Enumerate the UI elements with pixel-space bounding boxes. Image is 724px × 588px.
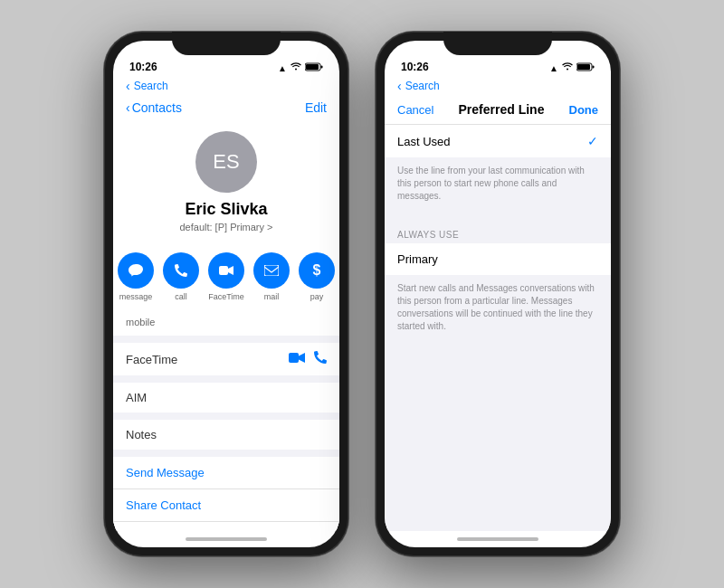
notch-2: [443, 32, 552, 55]
svg-rect-5: [289, 353, 299, 363]
mail-icon: [253, 252, 290, 289]
preferred-nav: Cancel Preferred Line Done: [385, 99, 611, 125]
svg-rect-1: [306, 64, 319, 70]
cancel-button[interactable]: Cancel: [397, 103, 433, 117]
notch: [172, 32, 281, 55]
svg-rect-7: [577, 64, 590, 70]
time-2: 10:26: [401, 61, 429, 73]
preferred-title: Preferred Line: [459, 102, 545, 117]
preferred-content: Last Used ✓ Use the line from your last …: [385, 125, 611, 531]
message-label: message: [119, 292, 153, 301]
avatar: ES: [195, 131, 257, 193]
search-bar-1: ‹ Search: [113, 77, 339, 99]
last-used-label: Last Used: [397, 135, 451, 148]
share-contact-link[interactable]: Share Contact: [113, 489, 339, 522]
search-label-2[interactable]: Search: [405, 80, 440, 92]
pay-button[interactable]: $ pay: [299, 252, 335, 301]
home-indicator-2: [385, 531, 611, 547]
contact-subtitle: default: [P] Primary >: [179, 222, 272, 232]
battery-icon: [305, 62, 323, 73]
svg-rect-8: [593, 66, 595, 69]
status-icons-2: ▲: [549, 62, 595, 73]
phones-container: 10:26 ▲ ‹ Search ‹: [104, 32, 620, 556]
wifi-icon: [291, 62, 301, 73]
facetime-button[interactable]: FaceTime: [208, 252, 244, 301]
last-used-section: Last Used ✓: [385, 125, 611, 157]
notes-group: Notes: [113, 420, 339, 450]
always-use-header: ALWAYS USE: [385, 219, 611, 243]
battery-icon-2: [576, 62, 595, 73]
always-use-section: Primary: [385, 243, 611, 275]
phone-preferred-line: 10:26 ▲ ‹ Search Cancel Pr: [376, 32, 620, 556]
send-message-link[interactable]: Send Message: [113, 457, 339, 489]
svg-rect-3: [219, 266, 228, 275]
facetime-icon: [208, 252, 244, 289]
svg-rect-4: [264, 265, 279, 276]
time-1: 10:26: [129, 61, 157, 73]
add-favorites-link[interactable]: Add to Favorites: [113, 522, 339, 531]
search-label-1[interactable]: Search: [134, 80, 168, 92]
facetime-row[interactable]: FaceTime: [113, 343, 339, 375]
svg-rect-2: [321, 66, 323, 69]
search-bar-2: ‹ Search: [385, 77, 611, 99]
pay-label: pay: [310, 292, 324, 301]
links-group: Send Message Share Contact Add to Favori…: [113, 457, 339, 531]
call-icon: [163, 252, 199, 289]
chevron-icon-2: ‹: [397, 79, 402, 93]
action-buttons: message call FaceTime: [113, 243, 339, 308]
facetime-audio-icon[interactable]: [314, 351, 327, 367]
contact-name: Eric Slivka: [185, 200, 267, 219]
last-used-row[interactable]: Last Used ✓: [385, 125, 611, 157]
avatar-section: ES Eric Slivka default: [P] Primary >: [113, 122, 339, 243]
nav-bar-1: ‹ Contacts Edit: [113, 99, 339, 122]
facetime-group: FaceTime: [113, 343, 339, 375]
message-icon: [118, 252, 154, 289]
contact-content: ES Eric Slivka default: [P] Primary > me…: [113, 122, 339, 531]
facetime-video-icon[interactable]: [289, 351, 305, 367]
status-icons-1: ▲: [278, 62, 323, 73]
call-button[interactable]: call: [163, 252, 199, 301]
info-section: mobile FaceTime: [113, 308, 339, 531]
always-use-desc: Start new calls and Messages conversatio…: [385, 275, 611, 340]
mail-button[interactable]: mail: [253, 252, 290, 301]
done-button[interactable]: Done: [569, 103, 599, 117]
checkmark-icon: ✓: [587, 134, 598, 148]
back-button[interactable]: ‹ Contacts: [126, 100, 182, 115]
mobile-label-row: mobile: [113, 308, 339, 336]
aim-group: AIM: [113, 383, 339, 413]
primary-label: Primary: [397, 252, 438, 266]
pay-icon: $: [299, 252, 335, 289]
last-used-desc: Use the line from your last communicatio…: [385, 157, 611, 210]
signal-icon-2: ▲: [549, 63, 558, 73]
mail-label: mail: [264, 292, 280, 301]
signal-icon: ▲: [278, 63, 287, 73]
facetime-label: FaceTime: [208, 292, 244, 301]
facetime-row-label: FaceTime: [126, 353, 177, 366]
home-indicator-1: [113, 531, 339, 547]
call-label: call: [175, 292, 187, 301]
facetime-action-icons: [289, 351, 327, 367]
wifi-icon-2: [562, 62, 573, 73]
primary-option-row[interactable]: Primary: [385, 243, 611, 275]
mobile-group: mobile: [113, 308, 339, 336]
notes-row: Notes: [113, 420, 339, 450]
phone-contacts: 10:26 ▲ ‹ Search ‹: [104, 32, 348, 556]
edit-button[interactable]: Edit: [305, 100, 327, 115]
aim-row: AIM: [113, 383, 339, 413]
chevron-icon: ‹: [126, 79, 130, 93]
chevron-back-icon: ‹: [126, 100, 130, 115]
message-button[interactable]: message: [118, 252, 154, 301]
